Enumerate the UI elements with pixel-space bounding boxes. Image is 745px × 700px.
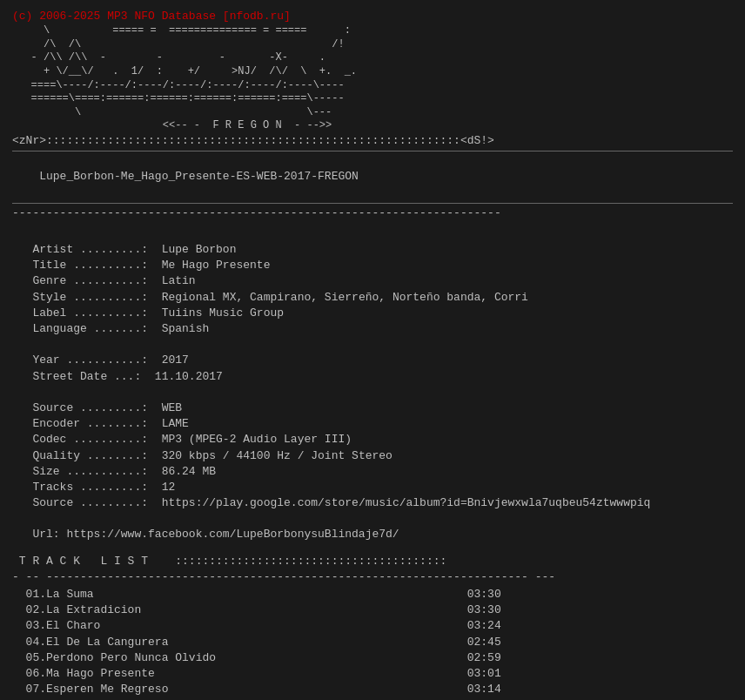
track-item: 04.El De La Cangurera 02:45 (12, 635, 733, 650)
title-label: Title ..........: (32, 259, 148, 272)
style-label: Style ..........: (32, 291, 148, 304)
language-value: Spanish (162, 322, 210, 335)
codec-label: Codec ..........: (32, 433, 148, 446)
znr-line: <zNr>:::::::::::::::::::::::::::::::::::… (12, 133, 733, 149)
artist-label: Artist .........: (32, 243, 148, 256)
genre-value: Latin (162, 274, 196, 287)
separator1: ----------------------------------------… (12, 205, 733, 221)
filename-bar: Lupe_Borbon-Me_Hago_Presente-ES-WEB-2017… (12, 151, 733, 204)
street-date-label: Street Date ...: (32, 370, 141, 383)
url: Url: https://www.facebook.com/LupeBorbon… (32, 528, 399, 541)
street-date-value: 11.10.2017 (155, 370, 223, 383)
source-label: Source .........: (32, 401, 148, 414)
tracks-value: 12 (162, 481, 176, 494)
tracks-label: Tracks .........: (32, 481, 148, 494)
size-value: 86.24 MB (162, 465, 216, 478)
genre-label: Genre ..........: (32, 274, 148, 287)
track-item: 05.Perdono Pero Nunca Olvido 02:59 (12, 650, 733, 666)
encoder-label: Encoder ........: (32, 417, 148, 430)
quality-value: 320 kbps / 44100 Hz / Joint Stereo (162, 449, 393, 462)
source2-value: https://play.google.com/store/music/albu… (162, 496, 651, 509)
language-label: Language .......: (32, 322, 148, 335)
label-label: Label ..........: (32, 306, 148, 320)
nfo-container: (c) 2006-2025 MP3 NFO Database [nfodb.ru… (12, 9, 733, 700)
info-block: Artist .........: Lupe Borbon Title ....… (12, 221, 733, 549)
source-value: WEB (162, 401, 182, 414)
ascii-art-block: \ ===== = ============== = ===== : /\ /\… (12, 24, 733, 119)
track-item: 01.La Suma 03:30 (12, 587, 733, 602)
size-label: Size ...........: (32, 465, 148, 478)
track-list-header: T R A C K L I S T ::::::::::::::::::::::… (12, 549, 733, 569)
title-value: Me Hago Presente (162, 259, 271, 272)
artist-value: Lupe Borbon (162, 243, 237, 256)
track-divider-top: - -- -----------------------------------… (12, 569, 733, 585)
track-item: 03.El Charo 03:24 (12, 618, 733, 634)
style-value: Regional MX, Campirano, Sierreño, Norteñ… (162, 291, 528, 304)
source2-label: Source .........: (32, 496, 148, 509)
quality-label: Quality ........: (32, 449, 148, 462)
year-label: Year ...........: (32, 353, 148, 367)
track-item: 07.Esperen Me Regreso 03:14 (12, 682, 733, 697)
codec-value: MP3 (MPEG-2 Audio Layer III) (162, 433, 352, 446)
copyright-line: (c) 2006-2025 MP3 NFO Database [nfodb.ru… (12, 9, 733, 24)
track-item: 06.Ma Hago Presente 03:01 (12, 666, 733, 682)
label-value: Tuiins Music Group (162, 306, 284, 320)
ascii-art-header: <<-- - F R E G O N - -->> (12, 119, 733, 133)
track-item: 02.La Extradicion 03:30 (12, 602, 733, 618)
year-value: 2017 (162, 353, 189, 367)
encoder-value: LAME (162, 417, 189, 430)
filename: Lupe_Borbon-Me_Hago_Presente-ES-WEB-2017… (39, 170, 359, 183)
track-list: 01.La Suma 03:30 02.La Extradicion 03:30… (12, 585, 733, 700)
